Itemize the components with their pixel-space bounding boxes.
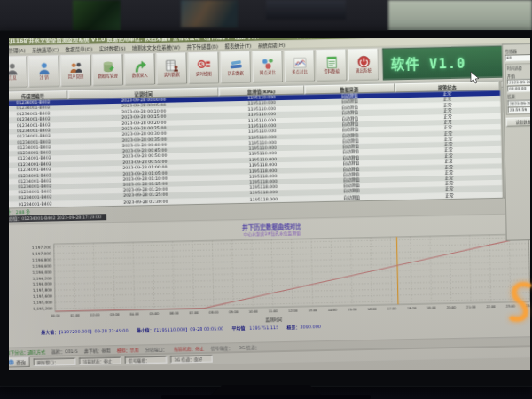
history-table: 传感器编号记录时间监测值(KPa)数据来源报警状态 01234001-B4022… — [9, 81, 504, 208]
svg-text:1,195,600: 1,195,600 — [33, 293, 52, 298]
time-group-title: 时间选择 — [507, 66, 522, 71]
toolbar-button-history-data[interactable]: 历史数据 — [220, 51, 252, 83]
statusbar-field: 当前状态：停止 — [79, 356, 121, 364]
history-chart[interactable]: 1,195,2001,195,4001,195,6001,195,8001,19… — [9, 231, 530, 323]
svg-text:1,195,200: 1,195,200 — [33, 306, 52, 310]
toolbar-button-info[interactable]: 信 息 — [9, 56, 27, 89]
svg-text:22:00: 22:00 — [486, 304, 496, 308]
svg-text:12:00: 12:00 — [288, 309, 298, 312]
db-mgmt-icon — [101, 60, 115, 74]
monitor-stand-base — [161, 395, 371, 399]
svg-text:1,196,400: 1,196,400 — [32, 270, 51, 274]
mouse-cursor — [470, 71, 480, 84]
toolbar-button-data-archive[interactable]: 资料整编 — [316, 49, 348, 82]
realtime-data-icon — [165, 59, 179, 74]
menu-item-2[interactable]: 数据菜单(D) — [66, 44, 93, 52]
station-status-item: 井下分站：通讯方式 — [9, 348, 45, 356]
svg-text:21:00: 21:00 — [466, 305, 476, 309]
toolbar-button-site-compare[interactable]: 网点对比 — [252, 51, 284, 83]
multi-compare-icon — [293, 57, 307, 71]
menu-item-5[interactable]: 井下传感器(B) — [186, 42, 218, 50]
time-range-group: 时间选择 开始 2023-09-28 00:00:00 结束 2023-09-2… — [505, 63, 530, 114]
station-status-item: 当前状态：停止 — [174, 345, 205, 352]
svg-text:S: S — [200, 61, 203, 67]
menu-item-1[interactable]: 系统选项(C) — [32, 45, 59, 53]
station-status-item: 分站端口： — [145, 346, 168, 353]
svg-text:1,196,800: 1,196,800 — [32, 257, 51, 262]
svg-text:1,197,000: 1,197,000 — [32, 251, 51, 255]
chart-panel: 井下历史数据曲线对比 中心水泵房2#钻孔水位监测值 监测值(KPa) 1,195… — [9, 213, 530, 348]
svg-text:10:00: 10:00 — [248, 309, 258, 313]
svg-text:1,197,200: 1,197,200 — [32, 245, 51, 249]
data-archive-icon — [325, 56, 339, 70]
svg-text:1,196,600: 1,196,600 — [32, 263, 51, 268]
menu-item-4[interactable]: 地测水文水位系统(W) — [132, 43, 180, 51]
svg-text:01:00: 01:00 — [71, 313, 81, 317]
station-status-item: 信号强度： — [210, 344, 232, 351]
query-button[interactable]: 查询 — [9, 357, 30, 368]
site-compare-icon — [261, 57, 275, 71]
svg-text:06:00: 06:00 — [169, 311, 179, 315]
svg-text:13:00: 13:00 — [308, 309, 317, 312]
menu-item-7[interactable]: 系统帮助(H) — [258, 41, 286, 49]
sensor-label: 传感器 — [505, 48, 530, 54]
svg-text:15:00: 15:00 — [348, 308, 357, 311]
svg-text:04:00: 04:00 — [129, 312, 139, 316]
svg-text:17:00: 17:00 — [387, 307, 397, 310]
stat-item: 最小值：【1195110.000】09-28 00:05:00 — [137, 325, 223, 332]
statusbar-field: 信号强度： — [125, 356, 168, 364]
start-time-field[interactable]: 00:00:00 — [507, 85, 530, 91]
toolbar-button-realtime-data[interactable]: 实时数据 — [156, 52, 188, 85]
toolbar-button-exit-system[interactable]: 退出系统 — [348, 48, 379, 81]
end-date-field[interactable]: 2023-09-28 — [507, 99, 530, 106]
toolbar-button-realtime-graph[interactable]: S实时绘图 — [188, 51, 220, 84]
menu-item-0[interactable]: 安全管理(A) — [9, 46, 26, 54]
app-window: KJ116矿井水文安全监测监控系统 V1.0 数据使用单位：陕西朱鑫矿业有限公司… — [9, 38, 530, 370]
toolbar-button-data-entry[interactable]: 数据录入 — [124, 53, 156, 86]
background-monitor-left — [73, 0, 121, 33]
info-icon — [9, 62, 19, 76]
statusbar-field: 刷新窗口： — [34, 357, 76, 365]
svg-text:16:00: 16:00 — [367, 307, 377, 310]
plot-area: 监测值(KPa) 1,195,2001,195,4001,195,6001,19… — [9, 231, 530, 323]
screen: KJ116矿井水文安全监测监控系统 V1.0 数据使用单位：陕西朱鑫矿业有限公司… — [9, 38, 530, 370]
stat-item: 平均值：1195751.115 — [231, 323, 278, 330]
history-data-icon — [229, 58, 243, 72]
bottom-fields: 刷新窗口：当前状态：停止信号强度：3G 信道：良好 — [34, 355, 213, 365]
toolbar-button-user-mgmt[interactable]: 用户管理 — [60, 54, 92, 87]
svg-text:11:00: 11:00 — [269, 309, 278, 313]
svg-text:1,196,000: 1,196,000 — [33, 282, 52, 286]
sensor-select[interactable]: 60 — [505, 54, 530, 61]
svg-text:18:00: 18:00 — [407, 306, 417, 309]
station-status-item: 井下机：停用 — [84, 347, 111, 354]
monitor: KJ116矿井水文安全监测监控系统 V1.0 数据使用单位：陕西朱鑫矿业有限公司… — [0, 30, 532, 387]
user-mgmt-icon — [69, 61, 83, 75]
toolbar-button-db-mgmt[interactable]: 数据库管理 — [92, 53, 124, 86]
realtime-graph-icon: S — [197, 59, 211, 73]
chart-svg: 1,195,2001,195,4001,195,6001,195,8001,19… — [10, 231, 530, 320]
start-date-field[interactable]: 2023-09-28 — [507, 78, 530, 84]
station-status-item: 巡检：C01-5 — [51, 348, 78, 355]
svg-text:19:00: 19:00 — [426, 306, 436, 309]
background-wall — [266, 0, 346, 20]
stat-item: 最大值：【1197200.000】09-28 23:45:00 — [41, 326, 128, 334]
end-time-field[interactable]: 23:59:59 — [508, 106, 530, 113]
marquee-text: 软件 V1.0 — [390, 53, 466, 74]
statusbar-field: 3G 信道：良好 — [170, 355, 213, 363]
svg-text:02:00: 02:00 — [90, 313, 100, 317]
stat-item: 极差：2090.000 — [286, 322, 321, 329]
exit-system-icon — [356, 55, 371, 69]
query-panel: 传感器 60 时间选择 开始 2023-09-28 00:00:00 结束 20… — [502, 43, 530, 240]
menu-item-6[interactable]: 报表统计(T) — [224, 42, 251, 50]
read-data-button[interactable]: 读取数据 — [506, 116, 530, 126]
toolbar-button-logout[interactable]: 注 销 — [28, 55, 60, 88]
background-monitor-middle — [181, 0, 238, 27]
svg-text:03:00: 03:00 — [110, 312, 120, 316]
photo-root: KJ116矿井水文安全监测监控系统 V1.0 数据使用单位：陕西朱鑫矿业有限公司… — [0, 0, 532, 399]
toolbar-button-multi-compare[interactable]: 多点对比 — [284, 50, 316, 82]
menu-item-3[interactable]: 实时数据(S) — [99, 44, 126, 52]
svg-text:1,195,800: 1,195,800 — [33, 288, 52, 293]
svg-text:00:00: 00:00 — [51, 314, 60, 317]
svg-text:05:00: 05:00 — [150, 311, 160, 315]
svg-text:08:00: 08:00 — [209, 310, 219, 314]
